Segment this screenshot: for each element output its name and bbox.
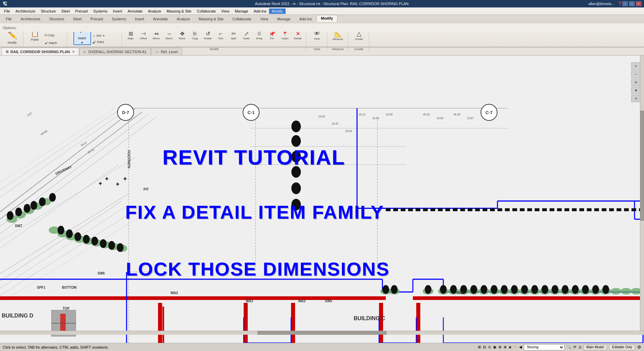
- v-scrollbar-thumb[interactable]: [640, 111, 644, 221]
- menu-addins[interactable]: Add-Ins: [251, 8, 269, 14]
- status-message: Click to select, TAB for alternates, CTR…: [3, 345, 475, 349]
- ribbon-tab-manage[interactable]: Manage: [273, 16, 295, 22]
- status-icon-1[interactable]: ⊞: [478, 345, 481, 349]
- paint-button[interactable]: 🖌 Paint: [92, 39, 116, 45]
- menu-architecture[interactable]: Architecture: [13, 8, 38, 14]
- pin-label: Pin: [270, 37, 274, 40]
- ribbon-tab-file[interactable]: File: [1, 16, 16, 22]
- status-bar: Click to select, TAB for alternates, CTR…: [0, 343, 644, 351]
- discipline-dropdown[interactable]: Shoring: [524, 344, 564, 350]
- ribbon-tab-addins[interactable]: Add-Ins: [295, 16, 316, 22]
- menu-steel[interactable]: Steel: [59, 8, 72, 14]
- menu-annotate[interactable]: Annotate: [125, 8, 145, 14]
- plan-icon: ⊞: [6, 50, 8, 53]
- copy-button[interactable]: ⎘ Copy: [44, 31, 65, 39]
- menu-insert[interactable]: Insert: [110, 8, 125, 14]
- array-label: Array: [256, 37, 262, 40]
- modify-tools-label: Modify: [210, 47, 219, 51]
- modify-label: Modify: [8, 41, 17, 44]
- status-icon-8[interactable]: ⋯: [513, 345, 517, 349]
- ribbon-tab-structure[interactable]: Structure: [45, 16, 69, 22]
- fit-view-button[interactable]: ⊡: [631, 79, 641, 86]
- ribbon-tab-collaborate[interactable]: Collaborate: [228, 16, 256, 22]
- menu-view[interactable]: View: [219, 8, 232, 14]
- h-scrollbar-thumb[interactable]: [258, 331, 386, 335]
- mirror-pickaxis-label: Mirror: [153, 37, 160, 40]
- menu-collaborate[interactable]: Collaborate: [194, 8, 219, 14]
- minimize-button[interactable]: −: [622, 1, 628, 6]
- move-label: Move: [179, 37, 185, 40]
- menu-analyze[interactable]: Analyze: [145, 8, 164, 14]
- ribbon-tab-massing[interactable]: Massing & Site: [194, 16, 228, 22]
- view-tab-ref-level[interactable]: — Ref. Level: [151, 48, 182, 55]
- status-icon-9[interactable]: ◀: [519, 345, 522, 349]
- drawing-background: [0, 56, 644, 343]
- align-label: Align: [128, 37, 134, 40]
- status-zero-label: :0: [578, 345, 581, 349]
- main-model-button[interactable]: Main Model: [583, 344, 607, 350]
- view-tab-section-a1[interactable]: ▷ OVERALL SHORING SECTION A1: [79, 48, 151, 55]
- create-label: Create: [355, 38, 363, 41]
- measure-label: Measure: [333, 38, 343, 41]
- mirror-drawaxis-label: Mirror: [166, 37, 173, 40]
- app-icon: 🏗: [3, 1, 7, 6]
- pan-button[interactable]: ✥: [631, 87, 641, 94]
- view-tab-section-a1-label: OVERALL SHORING SECTION A1: [88, 50, 147, 54]
- measure-group-label: Measure: [332, 47, 344, 51]
- join-button[interactable]: ∩ Join ▼: [92, 32, 116, 39]
- view-tab-shoring-plan[interactable]: ⊞ RAIL CORRIDOR SHORING PLAN ✕: [1, 48, 79, 55]
- scale-label: Scale: [243, 37, 250, 40]
- trim-label: Trim: [218, 37, 223, 40]
- orbit-button[interactable]: ↺: [631, 95, 641, 102]
- close-tab-shoring-plan[interactable]: ✕: [72, 50, 75, 53]
- title-bar: 🏗 Autodesk Revit 2022 - m - Structural.r…: [0, 0, 644, 7]
- status-right: ⊞ ⊟ ⊙ ◉ ⊕ ⊗ ◈ ⋯ ◀ Shoring 🔍 ⟳ :0 Main Mo…: [478, 344, 641, 350]
- status-icon-3[interactable]: ⊙: [488, 345, 491, 349]
- menu-massing[interactable]: Massing & Site: [164, 8, 194, 14]
- view-label: View: [314, 37, 320, 40]
- menu-structure[interactable]: Structure: [38, 8, 59, 14]
- editable-only-button[interactable]: Editable Only: [609, 344, 635, 350]
- menu-systems[interactable]: Systems: [90, 8, 110, 14]
- view-tab-shoring-plan-label: RAIL CORRIDOR SHORING PLAN: [10, 50, 70, 54]
- maximize-button[interactable]: □: [629, 1, 635, 6]
- status-sync-icon: ⟳: [573, 345, 576, 349]
- options-bar: Options:: [0, 23, 644, 32]
- ribbon-tab-precast[interactable]: Precast: [86, 16, 107, 22]
- status-icon-7[interactable]: ◈: [509, 345, 511, 349]
- matchprop-button[interactable]: 🖌 Match: [44, 39, 65, 47]
- menu-precast[interactable]: Precast: [72, 8, 90, 14]
- ribbon-tab-architecture[interactable]: Architecture: [16, 16, 45, 22]
- ribbon-tab-analyze[interactable]: Analyze: [172, 16, 194, 22]
- rotate-label: Rotate: [204, 37, 212, 40]
- editable-only-label: Editable Only: [612, 345, 632, 349]
- join-icon: ∩: [93, 34, 95, 38]
- ribbon-tab-systems[interactable]: Systems: [107, 16, 130, 22]
- status-icon-5[interactable]: ⊕: [498, 345, 502, 349]
- status-icon-6[interactable]: ⊗: [504, 345, 507, 349]
- copy-icon: ⎘: [45, 34, 46, 37]
- ribbon-tab-modify[interactable]: Modify: [316, 15, 337, 22]
- ribbon: File Architecture Structure Steel Precas…: [0, 15, 644, 47]
- status-icon-4[interactable]: ◉: [493, 345, 496, 349]
- canvas-area[interactable]: ✦ ✦ ✦ ✦ 5.87 KERB 45.87 45.79 16.56 16.4…: [0, 56, 644, 343]
- zoom-out-button[interactable]: −: [631, 70, 641, 78]
- ribbon-tab-steel[interactable]: Steel: [69, 16, 86, 22]
- matchprop-label: Match: [49, 41, 57, 45]
- options-label: Options:: [3, 26, 17, 30]
- h-scrollbar[interactable]: [0, 331, 644, 335]
- help-icon[interactable]: ❓: [617, 1, 622, 6]
- zoom-in-button[interactable]: +: [631, 62, 641, 70]
- ribbon-tab-view[interactable]: View: [256, 16, 273, 22]
- menu-file[interactable]: File: [1, 8, 13, 14]
- menu-manage[interactable]: Manage: [232, 8, 251, 14]
- close-button[interactable]: ✕: [636, 1, 641, 6]
- ribbon-tab-insert[interactable]: Insert: [131, 16, 149, 22]
- v-scrollbar[interactable]: [640, 56, 644, 331]
- status-icon-2[interactable]: ⊟: [483, 345, 486, 349]
- ribbon-tab-annotate[interactable]: Annotate: [149, 16, 172, 22]
- status-settings-icon[interactable]: ⚙: [637, 345, 641, 350]
- copy-tool-label: Copy: [192, 37, 198, 40]
- menu-modify[interactable]: Modify: [269, 8, 285, 14]
- delete-label: Delete: [294, 37, 302, 40]
